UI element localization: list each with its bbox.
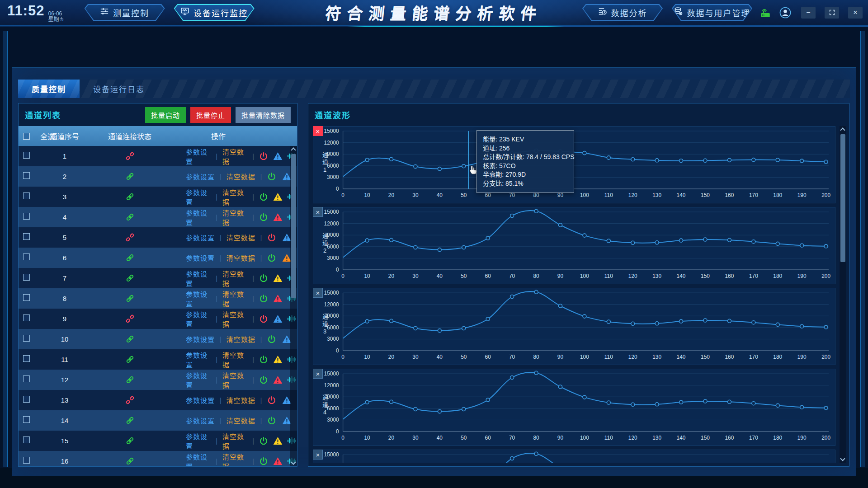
scrollbar-thumb[interactable] xyxy=(840,134,845,262)
param-settings-link[interactable]: 参数设置 xyxy=(186,350,211,369)
row-checkbox[interactable] xyxy=(23,213,30,220)
alert-icon[interactable] xyxy=(273,436,283,446)
waveform-scrollbar[interactable] xyxy=(840,126,846,463)
scroll-down-icon[interactable] xyxy=(291,460,296,465)
clear-data-link[interactable]: 清空数据 xyxy=(226,334,255,344)
param-settings-link[interactable]: 参数设置 xyxy=(186,416,215,425)
param-settings-link[interactable]: 参数设置 xyxy=(186,452,211,467)
row-checkbox[interactable] xyxy=(23,355,30,362)
power-button[interactable] xyxy=(267,395,277,405)
clear-data-link[interactable]: 清空数据 xyxy=(226,172,255,181)
close-button[interactable]: × xyxy=(848,7,863,19)
power-button[interactable] xyxy=(259,212,268,222)
row-checkbox[interactable] xyxy=(23,375,30,382)
clear-data-link[interactable]: 清空数据 xyxy=(222,350,247,369)
row-checkbox[interactable] xyxy=(23,457,30,464)
power-button[interactable] xyxy=(259,355,268,365)
scroll-up-icon[interactable] xyxy=(291,147,296,152)
clear-data-link[interactable]: 清空数据 xyxy=(226,395,255,405)
alert-icon[interactable] xyxy=(273,294,283,304)
nav-data-user-management[interactable]: 数据与用户管理 xyxy=(672,4,752,21)
row-checkbox[interactable] xyxy=(23,172,30,179)
row-checkbox[interactable] xyxy=(23,416,30,423)
scroll-down-icon[interactable] xyxy=(840,456,845,461)
alert-icon[interactable] xyxy=(273,314,283,324)
param-settings-link[interactable]: 参数设置 xyxy=(186,432,211,450)
alert-icon[interactable] xyxy=(273,456,283,466)
power-button[interactable] xyxy=(267,334,277,344)
channel-list-scrollbar[interactable] xyxy=(290,146,297,466)
chart-close-button[interactable]: × xyxy=(313,207,323,217)
alert-icon[interactable] xyxy=(273,212,283,222)
row-checkbox[interactable] xyxy=(23,294,30,301)
chart-plot[interactable]: 0300060009000120001500001020304050607080… xyxy=(313,207,835,285)
alert-icon[interactable] xyxy=(273,151,283,161)
row-checkbox[interactable] xyxy=(23,152,30,159)
user-avatar[interactable] xyxy=(778,6,792,19)
clear-data-link[interactable]: 清空数据 xyxy=(222,147,247,166)
param-settings-link[interactable]: 参数设置 xyxy=(186,188,211,206)
clear-data-link[interactable]: 清空数据 xyxy=(222,452,247,467)
tab-device-run-log[interactable]: 设备运行日志 xyxy=(80,80,158,98)
power-button[interactable] xyxy=(267,172,277,182)
minimize-button[interactable]: − xyxy=(801,7,816,19)
param-settings-link[interactable]: 参数设置 xyxy=(186,310,211,328)
clear-data-link[interactable]: 清空数据 xyxy=(222,371,247,389)
power-button[interactable] xyxy=(259,375,268,385)
row-checkbox[interactable] xyxy=(23,192,30,199)
row-checkbox[interactable] xyxy=(23,253,30,260)
row-checkbox[interactable] xyxy=(23,335,30,342)
param-settings-link[interactable]: 参数设置 xyxy=(186,147,211,166)
nav-measure-control[interactable]: 测量控制 xyxy=(85,4,165,21)
row-checkbox[interactable] xyxy=(23,233,30,240)
chart-close-button[interactable]: × xyxy=(313,450,323,460)
chart-plot[interactable]: 0300060009000120001500001020304050607080… xyxy=(313,288,835,366)
clear-data-link[interactable]: 清空数据 xyxy=(222,208,247,227)
param-settings-link[interactable]: 参数设置 xyxy=(186,371,211,389)
param-settings-link[interactable]: 参数设置 xyxy=(186,208,211,227)
clear-data-link[interactable]: 清空数据 xyxy=(222,188,247,206)
chart-plot[interactable]: 0300060009000120001500001020304050607080… xyxy=(313,369,835,446)
param-settings-link[interactable]: 参数设置 xyxy=(186,253,215,263)
power-button[interactable] xyxy=(267,233,277,243)
clear-data-link[interactable]: 清空数据 xyxy=(222,289,247,308)
alert-icon[interactable] xyxy=(273,375,283,385)
row-checkbox[interactable] xyxy=(23,436,30,443)
chart-close-button[interactable]: × xyxy=(313,288,323,298)
bulk-clear-button[interactable]: 批量清除数据 xyxy=(236,107,291,123)
power-button[interactable] xyxy=(259,294,268,304)
scroll-up-icon[interactable] xyxy=(840,127,845,132)
tab-quality-control[interactable]: 质量控制 xyxy=(18,80,80,98)
param-settings-link[interactable]: 参数设置 xyxy=(186,172,215,181)
param-settings-link[interactable]: 参数设置 xyxy=(186,269,211,288)
power-button[interactable] xyxy=(259,436,268,446)
bulk-stop-button[interactable]: 批量停止 xyxy=(190,107,231,123)
alert-icon[interactable] xyxy=(273,355,283,365)
clear-data-link[interactable]: 清空数据 xyxy=(226,253,255,263)
param-settings-link[interactable]: 参数设置 xyxy=(186,395,215,405)
power-button[interactable] xyxy=(259,151,268,161)
row-checkbox[interactable] xyxy=(23,274,30,281)
row-checkbox[interactable] xyxy=(23,314,30,321)
alert-icon[interactable] xyxy=(273,273,283,283)
chart-close-button[interactable]: × xyxy=(313,126,323,136)
chart-plot[interactable]: 0300060009000120001500001020304050607080… xyxy=(313,450,835,463)
chart-close-button[interactable]: × xyxy=(313,369,323,379)
param-settings-link[interactable]: 参数设置 xyxy=(186,233,215,242)
clear-data-link[interactable]: 清空数据 xyxy=(226,416,255,425)
nav-data-analysis[interactable]: 数据分析 xyxy=(582,4,663,21)
power-button[interactable] xyxy=(259,314,268,324)
power-button[interactable] xyxy=(259,456,268,466)
power-button[interactable] xyxy=(259,192,268,202)
bulk-start-button[interactable]: 批量启动 xyxy=(145,107,186,123)
clear-data-link[interactable]: 清空数据 xyxy=(222,432,247,450)
clear-data-link[interactable]: 清空数据 xyxy=(226,233,255,242)
param-settings-link[interactable]: 参数设置 xyxy=(186,289,211,308)
row-checkbox[interactable] xyxy=(23,396,30,403)
clear-data-link[interactable]: 清空数据 xyxy=(222,310,247,328)
select-all-checkbox[interactable] xyxy=(23,133,30,140)
power-button[interactable] xyxy=(259,273,268,283)
power-button[interactable] xyxy=(267,253,277,263)
clear-data-link[interactable]: 清空数据 xyxy=(222,269,247,288)
scrollbar-thumb[interactable] xyxy=(291,154,296,298)
